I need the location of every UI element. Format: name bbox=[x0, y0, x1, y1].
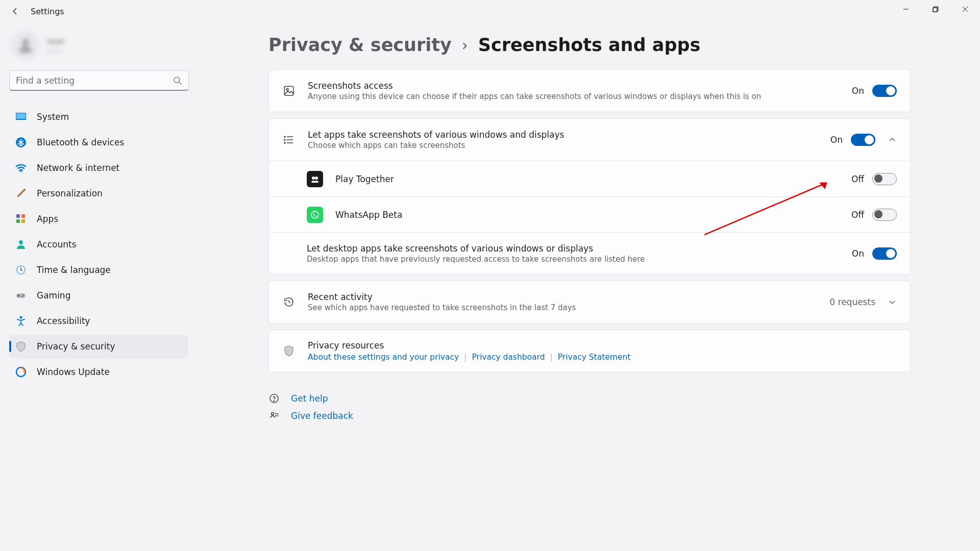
app-title: Settings bbox=[31, 7, 64, 16]
nav-label: System bbox=[37, 112, 69, 122]
app-name-label: WhatsApp Beta bbox=[335, 210, 851, 220]
search-input[interactable] bbox=[16, 76, 173, 86]
row-subtitle: Anyone using this device can choose if t… bbox=[308, 92, 852, 101]
chevron-right-icon: › bbox=[462, 36, 468, 54]
app-icon-play-together bbox=[307, 171, 323, 187]
help-icon bbox=[268, 393, 280, 404]
nav-accounts[interactable]: Accounts bbox=[9, 233, 188, 256]
profile-block[interactable]: —— —— bbox=[9, 31, 188, 59]
app-name-label: Play Together bbox=[335, 174, 851, 184]
history-icon bbox=[282, 295, 296, 309]
nav-update[interactable]: Windows Update bbox=[9, 360, 188, 384]
svg-point-7 bbox=[174, 77, 180, 83]
row-title: Let apps take screenshots of various win… bbox=[308, 130, 830, 140]
nav-apps[interactable]: Apps bbox=[9, 207, 188, 231]
toggle-screenshots-access[interactable] bbox=[872, 85, 897, 97]
close-button[interactable] bbox=[950, 0, 980, 18]
panel-screenshots-access[interactable]: Screenshots access Anyone using this dev… bbox=[268, 69, 911, 112]
row-title: Recent activity bbox=[308, 292, 829, 302]
requests-count: 0 requests bbox=[829, 297, 875, 307]
panel-let-apps: Let apps take screenshots of various win… bbox=[268, 118, 911, 274]
toggle-whatsapp[interactable] bbox=[872, 209, 897, 221]
svg-point-34 bbox=[312, 177, 315, 180]
link-about-settings[interactable]: About these settings and your privacy bbox=[308, 353, 459, 362]
breadcrumb-current: Screenshots and apps bbox=[478, 35, 700, 55]
minimize-button[interactable] bbox=[891, 0, 921, 18]
svg-rect-2 bbox=[933, 8, 937, 12]
bluetooth-icon bbox=[15, 137, 27, 148]
feedback-icon bbox=[268, 410, 280, 421]
search-box[interactable] bbox=[9, 70, 189, 91]
breadcrumb: Privacy & security › Screenshots and app… bbox=[268, 35, 700, 55]
nav-label: Gaming bbox=[37, 290, 70, 300]
maximize-button[interactable] bbox=[921, 0, 950, 18]
svg-rect-26 bbox=[284, 86, 293, 95]
svg-rect-14 bbox=[21, 214, 25, 218]
svg-point-31 bbox=[284, 136, 285, 137]
nav-accessibility[interactable]: Accessibility bbox=[9, 309, 188, 333]
panel-recent-activity[interactable]: Recent activity See which apps have requ… bbox=[268, 281, 911, 323]
footer-label: Give feedback bbox=[291, 411, 353, 421]
toggle-label: On bbox=[852, 86, 864, 96]
avatar bbox=[11, 31, 40, 59]
gamepad-icon bbox=[15, 290, 27, 301]
app-icon-whatsapp bbox=[307, 207, 323, 223]
panel-privacy-resources: Privacy resources About these settings a… bbox=[268, 330, 911, 372]
nav-label: Bluetooth & devices bbox=[37, 137, 124, 147]
svg-point-23 bbox=[20, 316, 22, 319]
toggle-let-apps[interactable] bbox=[851, 134, 875, 146]
nav-network[interactable]: Network & internet bbox=[9, 156, 188, 180]
nav-gaming[interactable]: Gaming bbox=[9, 284, 188, 307]
nav-personalization[interactable]: Personalization bbox=[9, 182, 188, 205]
nav-bluetooth[interactable]: Bluetooth & devices bbox=[9, 131, 188, 154]
toggle-label: On bbox=[830, 135, 843, 145]
row-subtitle: Desktop apps that have previously reques… bbox=[307, 255, 852, 264]
svg-rect-15 bbox=[16, 219, 20, 223]
accounts-icon bbox=[15, 239, 27, 250]
back-button[interactable] bbox=[8, 4, 22, 18]
nav-label: Accessibility bbox=[37, 316, 90, 326]
profile-email: —— bbox=[47, 46, 64, 54]
link-privacy-statement[interactable]: Privacy Statement bbox=[558, 353, 631, 362]
row-app-whatsapp: WhatsApp Beta Off bbox=[269, 196, 910, 232]
profile-name: —— bbox=[47, 36, 64, 46]
give-feedback-link[interactable]: Give feedback bbox=[268, 410, 353, 421]
nav-label: Personalization bbox=[37, 188, 103, 198]
nav-label: Network & internet bbox=[37, 163, 119, 173]
svg-point-36 bbox=[311, 211, 318, 218]
svg-point-38 bbox=[274, 400, 274, 401]
chevron-up-icon[interactable] bbox=[888, 135, 897, 144]
breadcrumb-parent[interactable]: Privacy & security bbox=[268, 35, 452, 55]
svg-point-17 bbox=[19, 240, 23, 244]
content-area: Screenshots access Anyone using this dev… bbox=[268, 69, 911, 372]
shield-icon bbox=[282, 344, 296, 358]
nav-label: Time & language bbox=[37, 265, 111, 275]
apps-icon bbox=[15, 213, 27, 224]
row-title: Screenshots access bbox=[308, 81, 852, 91]
row-subtitle: See which apps have requested to take sc… bbox=[308, 303, 829, 312]
get-help-link[interactable]: Get help bbox=[268, 393, 353, 404]
link-privacy-dashboard[interactable]: Privacy dashboard bbox=[472, 353, 545, 362]
footer-links: Get help Give feedback bbox=[268, 393, 353, 421]
svg-point-12 bbox=[20, 171, 22, 172]
svg-point-33 bbox=[284, 142, 285, 143]
update-icon bbox=[15, 366, 27, 378]
toggle-label: Off bbox=[851, 210, 864, 220]
row-app-play-together: Play Together Off bbox=[269, 161, 910, 196]
nav-time[interactable]: Time & language bbox=[9, 258, 188, 282]
nav-privacy[interactable]: Privacy & security bbox=[9, 335, 188, 358]
row-let-apps[interactable]: Let apps take screenshots of various win… bbox=[269, 119, 910, 161]
list-icon bbox=[282, 133, 296, 146]
search-icon bbox=[173, 76, 182, 85]
titlebar: Settings bbox=[0, 0, 64, 22]
toggle-desktop-apps[interactable] bbox=[872, 247, 897, 260]
nav-system[interactable]: System bbox=[9, 105, 188, 129]
toggle-play-together[interactable] bbox=[872, 173, 897, 185]
nav-label: Accounts bbox=[37, 239, 77, 249]
row-desktop-apps[interactable]: Let desktop apps take screenshots of var… bbox=[269, 232, 910, 274]
image-icon bbox=[282, 84, 296, 97]
shield-icon bbox=[15, 341, 27, 352]
chevron-down-icon[interactable] bbox=[888, 297, 897, 307]
system-icon bbox=[15, 111, 27, 122]
sidebar: —— —— System Bluetooth & devices Network… bbox=[9, 31, 188, 384]
